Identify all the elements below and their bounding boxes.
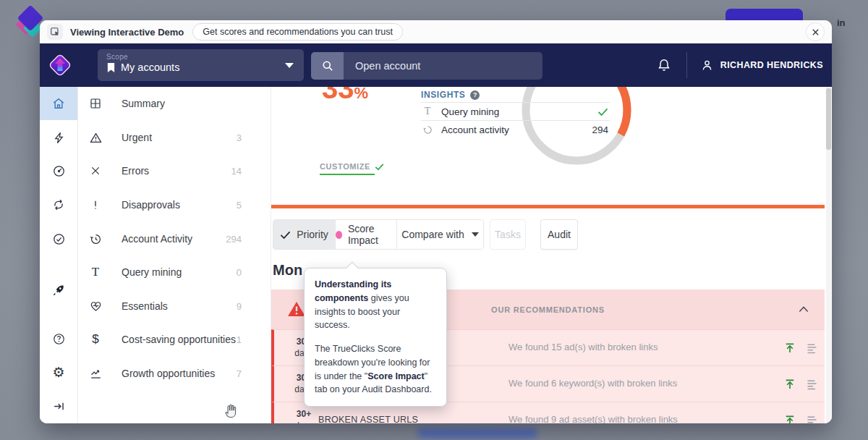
bolt-icon xyxy=(52,131,66,145)
customize-underline xyxy=(320,174,375,175)
scope-value: My accounts xyxy=(121,62,179,73)
collapse-section-button[interactable] xyxy=(796,301,812,317)
history-icon xyxy=(88,232,103,246)
backdrop-signin-text: in xyxy=(837,17,846,28)
close-icon xyxy=(812,28,820,36)
search-input[interactable] xyxy=(344,52,542,80)
check-circle-icon xyxy=(52,232,66,246)
details-list-icon[interactable] xyxy=(806,343,818,354)
dashboard-tabs: Priority Score Impact Compare with xyxy=(273,219,484,250)
letter-t-icon: T xyxy=(421,106,434,117)
tab-score-impact[interactable]: Score Impact xyxy=(335,220,396,249)
demo-view-icon xyxy=(47,24,63,40)
user-name: RICHARD HENDRICKS xyxy=(720,60,823,70)
user-icon xyxy=(700,59,714,72)
rail-item-sync[interactable] xyxy=(40,188,77,221)
menu-item-cost-saving[interactable]: $ Cost-saving opportunities 1 xyxy=(78,323,271,356)
demo-banner-pill: Get scores and recommendations you can t… xyxy=(192,23,403,41)
rail-item-settings[interactable]: ⚙ xyxy=(40,355,77,389)
insights-row-account-activity[interactable]: Account activity 294 xyxy=(421,120,610,138)
x-icon xyxy=(88,165,103,177)
rec-desc: We found 9 ad asset(s) with broken links xyxy=(509,414,678,423)
scope-dropdown[interactable]: Scope My accounts xyxy=(98,49,304,81)
rail-item-checks[interactable] xyxy=(40,222,77,255)
menu-item-urgent[interactable]: Urgent 3 xyxy=(78,121,271,154)
tab-compare-with[interactable]: Compare with xyxy=(396,220,483,249)
notifications-button[interactable] xyxy=(656,56,672,74)
rail-item-launch[interactable] xyxy=(40,274,77,307)
demo-banner: Viewing Interactive Demo Get scores and … xyxy=(40,20,832,43)
details-list-icon[interactable] xyxy=(806,415,818,424)
bookmark-icon xyxy=(106,62,116,73)
menu-label: Urgent xyxy=(122,132,152,143)
rec-desc: We found 15 ad(s) with broken links xyxy=(509,342,658,352)
chevron-down-icon xyxy=(472,232,479,237)
menu-label: Growth opportunities xyxy=(122,368,215,379)
scrollbar-thumb[interactable] xyxy=(826,88,831,150)
exclamation-icon xyxy=(88,198,103,211)
menu-item-growth[interactable]: Growth opportunities 7 xyxy=(78,357,271,390)
rocket-icon xyxy=(51,283,66,297)
check-icon xyxy=(597,107,608,117)
search-icon xyxy=(321,59,334,72)
chevron-down-icon xyxy=(285,63,294,68)
insights-row-query-mining[interactable]: T Query mining xyxy=(421,102,610,120)
menu-item-query-mining[interactable]: T Query mining 0 xyxy=(78,255,271,289)
app-navbar: Scope My accounts xyxy=(40,43,832,87)
menu-count: 5 xyxy=(237,200,242,211)
menu-item-summary[interactable]: Summary xyxy=(78,87,271,120)
rec-desc: We found 6 keyword(s) with broken links xyxy=(509,378,677,389)
details-list-icon[interactable] xyxy=(806,379,818,390)
scope-label: Scope xyxy=(106,53,295,61)
grid-icon xyxy=(88,97,103,110)
priority-top-icon[interactable] xyxy=(783,342,796,355)
priority-top-icon[interactable] xyxy=(783,378,796,391)
search-button[interactable] xyxy=(311,52,344,80)
rail-item-help[interactable] xyxy=(40,322,77,355)
insights-value: 294 xyxy=(592,124,608,135)
menu-label: Summary xyxy=(122,98,165,109)
highlight-dot xyxy=(336,231,342,239)
gear-icon: ⚙ xyxy=(52,365,64,379)
demo-banner-title: Viewing Interactive Demo xyxy=(70,27,184,38)
menu-item-essentials[interactable]: Essentials 9 xyxy=(78,289,271,323)
close-demo-button[interactable] xyxy=(806,22,825,41)
priority-top-icon[interactable] xyxy=(783,414,796,423)
menu-label: Essentials xyxy=(122,300,168,312)
letter-t-icon: T xyxy=(88,265,103,279)
menu-label: Disapprovals xyxy=(122,199,180,211)
demo-modal: Viewing Interactive Demo Get scores and … xyxy=(40,20,832,423)
menu-item-disapprovals[interactable]: Disapprovals 5 xyxy=(78,188,271,221)
menu-count: 0 xyxy=(237,267,242,278)
tab-tasks: Tasks xyxy=(490,219,526,250)
heart-pulse-icon xyxy=(88,300,103,313)
tab-audit[interactable]: Audit xyxy=(540,219,578,250)
recommendations-title: OUR RECOMMENDATIONS xyxy=(491,305,605,314)
line-chart-icon xyxy=(88,367,103,381)
backdrop-bottom-glow xyxy=(417,428,537,438)
customize-link[interactable]: CUSTOMIZE xyxy=(320,162,384,171)
gauge-icon xyxy=(52,164,66,178)
section-heading: Mon xyxy=(273,262,302,279)
user-menu[interactable]: RICHARD HENDRICKS xyxy=(700,59,823,72)
menu-count: 7 xyxy=(237,368,242,379)
insights-table: T Query mining Account activity xyxy=(421,102,610,138)
content-area: ⚙ Summary xyxy=(40,87,832,423)
question-badge-icon[interactable]: ? xyxy=(470,90,480,100)
rail-item-performance[interactable] xyxy=(40,154,77,187)
sync-icon xyxy=(51,198,66,212)
collapse-panel-icon xyxy=(52,399,66,413)
app-logo[interactable] xyxy=(47,52,73,78)
sidebar-menu: Summary Urgent 3 Errors 1 xyxy=(78,87,271,423)
check-icon xyxy=(280,230,291,240)
rail-item-home[interactable] xyxy=(40,87,77,120)
check-icon xyxy=(375,163,384,171)
menu-item-errors[interactable]: Errors 14 xyxy=(78,154,271,187)
rail-item-collapse[interactable] xyxy=(40,389,77,423)
hand-cursor xyxy=(223,402,237,418)
rail-item-urgent[interactable] xyxy=(40,121,77,154)
tab-priority[interactable]: Priority xyxy=(273,220,335,249)
menu-label: Query mining xyxy=(122,266,182,278)
guide-tooltip: Understanding its components gives you i… xyxy=(304,268,447,407)
menu-item-account-activity[interactable]: Account Activity 294 xyxy=(78,222,271,255)
